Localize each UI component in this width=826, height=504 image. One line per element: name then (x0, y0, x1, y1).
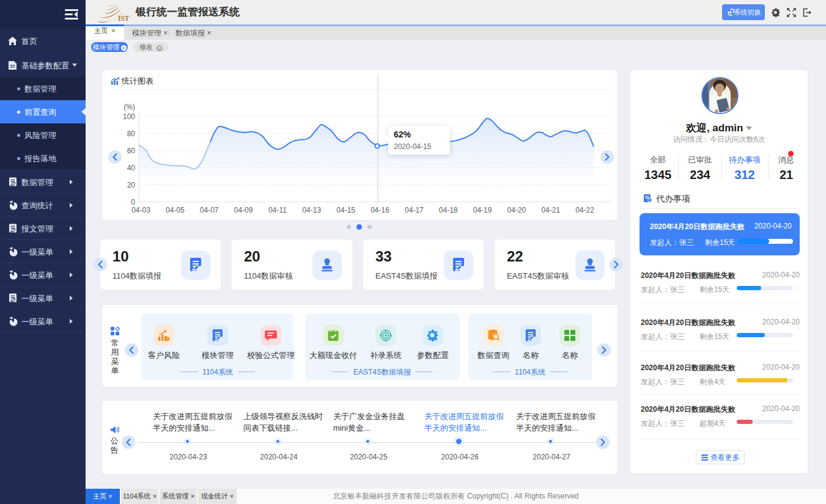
svg-text:04-07: 04-07 (200, 206, 219, 214)
svg-text:04-18: 04-18 (439, 206, 458, 214)
svg-text:04-21: 04-21 (541, 206, 560, 214)
svg-text:80: 80 (127, 130, 136, 138)
svg-text:04-05: 04-05 (166, 206, 185, 214)
svg-text:04-15: 04-15 (336, 206, 355, 214)
svg-text:04-09: 04-09 (234, 206, 253, 214)
svg-text:100: 100 (123, 112, 135, 121)
svg-text:62%: 62% (394, 130, 411, 139)
svg-text:04-11: 04-11 (268, 206, 287, 214)
svg-text:04-17: 04-17 (405, 206, 424, 214)
svg-text:04-03: 04-03 (131, 206, 150, 214)
svg-text:04-16: 04-16 (371, 206, 389, 214)
svg-text:0: 0 (131, 198, 135, 206)
svg-text:IST: IST (118, 15, 130, 22)
svg-text:20: 20 (127, 181, 136, 189)
svg-text:60: 60 (127, 147, 136, 155)
svg-text:04-20: 04-20 (507, 206, 526, 214)
svg-text:04-22: 04-22 (575, 206, 594, 214)
svg-text:40: 40 (127, 164, 136, 172)
svg-text:(%): (%) (124, 103, 135, 111)
svg-text:04-13: 04-13 (302, 206, 321, 214)
svg-text:2020-04-15: 2020-04-15 (394, 142, 432, 151)
svg-text:04-19: 04-19 (473, 206, 492, 214)
